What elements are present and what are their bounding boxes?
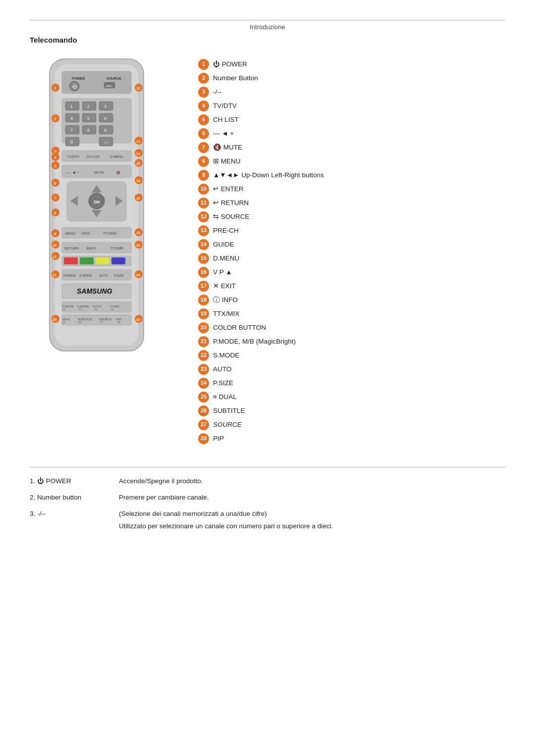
legend-text-22: S.MODE <box>213 351 239 360</box>
page-header: Introduzione <box>30 23 505 31</box>
legend-text-6: — ◄ + <box>213 129 234 139</box>
svg-rect-96 <box>96 257 109 264</box>
menu-icon: ⊞ <box>213 157 219 165</box>
svg-text:-/--: -/-- <box>104 140 109 145</box>
legend-num-15: 15 <box>198 253 209 264</box>
legend-text-1: ⏻ POWER <box>213 60 247 69</box>
legend-num-16: 16 <box>198 267 209 278</box>
svg-text:27: 27 <box>100 321 103 324</box>
legend-num-21: 21 <box>198 336 209 347</box>
legend-text-12: ⇆ SOURCE <box>213 212 250 222</box>
legend-num-17: 17 <box>198 281 209 292</box>
svg-text:⏻: ⏻ <box>72 84 77 89</box>
legend-num-7: 7 <box>198 142 209 153</box>
legend-text-10: ↵ ENTER <box>213 185 244 194</box>
legend-item-1: 1⏻ POWER <box>198 59 505 70</box>
svg-text:26: 26 <box>78 321 81 324</box>
legend-item-15: 15D.MENU <box>198 253 505 264</box>
svg-text:24: 24 <box>136 273 140 277</box>
svg-rect-97 <box>111 257 125 264</box>
legend-num-25: 25 <box>198 392 209 403</box>
legend-num-28: 28 <box>198 433 209 444</box>
svg-text:3: 3 <box>54 149 56 153</box>
legend-item-12: 12⇆ SOURCE <box>198 211 505 222</box>
legend-item-6: 6— ◄ + <box>198 128 505 139</box>
svg-text:7: 7 <box>70 128 73 133</box>
legend-num-5: 5 <box>198 114 209 125</box>
svg-text:S.MODE: S.MODE <box>79 274 92 277</box>
legend-item-28: 28PIP <box>198 433 505 444</box>
power-icon: ⏻ <box>37 477 44 485</box>
mute-icon: 🔇 <box>213 144 221 151</box>
svg-text:4: 4 <box>54 155 56 160</box>
legend-item-22: 22S.MODE <box>198 350 505 361</box>
legend-text-25: ≡ DUAL <box>213 393 237 402</box>
legend-text-11: ↩ RETURN <box>213 199 249 208</box>
legend-num-8: 8 <box>198 156 209 167</box>
svg-rect-95 <box>80 257 94 264</box>
svg-text:9: 9 <box>54 232 56 236</box>
legend-item-17: 17✕ EXIT <box>198 281 505 292</box>
svg-text:15: 15 <box>136 162 140 165</box>
legend-item-7: 7🔇 MUTE <box>198 142 505 153</box>
svg-text:17: 17 <box>136 197 140 200</box>
svg-text:9: 9 <box>104 128 107 133</box>
enter-icon: ↵ <box>213 185 219 193</box>
svg-text:6: 6 <box>104 116 107 121</box>
svg-text:2: 2 <box>87 104 90 109</box>
legend-item-13: 13PRE-CH <box>198 225 505 236</box>
legend-item-2: 2Number Button <box>198 73 505 84</box>
svg-text:28: 28 <box>136 318 140 321</box>
remote-image: POWER SOURCE ⏻ SRC 1 12 <box>30 54 183 447</box>
svg-text:25: 25 <box>62 321 65 324</box>
svg-text:1: 1 <box>70 104 73 109</box>
desc-label-2: 2. Number button <box>30 494 109 501</box>
legend-item-4: 4TV/DTV <box>198 101 505 111</box>
legend-text-23: AUTO <box>213 365 231 374</box>
legend-num-26: 26 <box>198 405 209 416</box>
svg-text:P.SIZE: P.SIZE <box>114 274 124 277</box>
legend-item-20: 20COLOR BUTTON <box>198 322 505 333</box>
svg-text:5: 5 <box>54 164 56 168</box>
svg-text:24: 24 <box>110 308 113 311</box>
svg-text:14: 14 <box>136 152 140 155</box>
svg-text:—  ◄  +: — ◄ + <box>67 170 79 175</box>
legend-item-16: 16V P ▲ <box>198 267 505 278</box>
legend-text-2: Number Button <box>213 74 258 83</box>
desc-label-3: 3. -/-- <box>30 510 109 530</box>
svg-text:25: 25 <box>53 318 56 321</box>
legend-num-11: 11 <box>198 198 209 208</box>
legend-num-19: 19 <box>198 308 209 319</box>
desc-text-2: Premere per cambiare canale. <box>119 494 505 501</box>
legend-num-12: 12 <box>198 211 209 222</box>
legend-num-2: 2 <box>198 73 209 84</box>
legend-text-18: ⓘ INFO <box>213 296 238 305</box>
svg-text:19: 19 <box>136 231 140 235</box>
svg-text:16: 16 <box>136 179 140 183</box>
svg-text:OK: OK <box>94 200 101 204</box>
legend-text-26: SUBTITLE <box>213 406 245 416</box>
legend-text-9: ▲▼◄► Up-Down Left-Right buttons <box>213 171 324 180</box>
svg-text:RETURN: RETURN <box>64 247 79 250</box>
svg-text:POWER: POWER <box>72 77 85 80</box>
svg-text:28: 28 <box>117 321 120 324</box>
svg-rect-94 <box>64 257 78 264</box>
legend-num-13: 13 <box>198 225 209 236</box>
svg-text:7: 7 <box>54 196 56 201</box>
svg-text:TV/DTV: TV/DTV <box>67 155 79 158</box>
svg-text:13: 13 <box>136 140 140 143</box>
desc-text-3: (Selezione dei canali memorizzati a una/… <box>119 510 505 530</box>
legend-text-3: -/-- <box>213 88 221 97</box>
legend-num-14: 14 <box>198 239 209 250</box>
legend-item-27: 27SOURCE <box>198 419 505 430</box>
legend-text-17: ✕ EXIT <box>213 282 236 291</box>
legend-num-3: 3 <box>198 87 209 98</box>
legend-text-16: V P ▲ <box>213 268 232 277</box>
page-container: Introduzione Telecomando POWER SOURCE ⏻ … <box>0 0 535 558</box>
svg-text:TTX/MR: TTX/MR <box>110 247 123 250</box>
desc-label-1: 1. ⏻ POWER <box>30 477 109 485</box>
svg-text:P.MODE: P.MODE <box>63 274 76 277</box>
top-divider <box>30 20 505 20</box>
exit-icon: ✕ <box>213 282 219 290</box>
svg-text:22: 22 <box>78 308 81 311</box>
